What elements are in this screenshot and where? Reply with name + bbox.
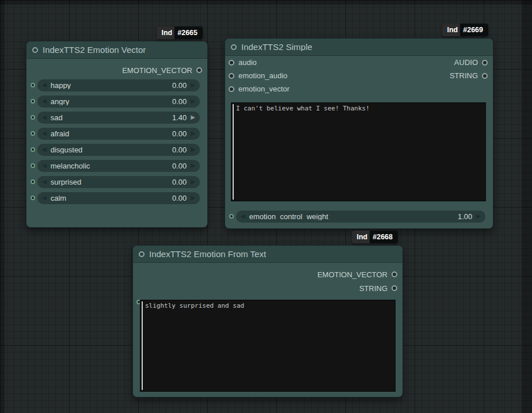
output-slot-string[interactable]: [482, 73, 488, 79]
slider-melancholic[interactable]: ◀ melancholic 0.00 ▶: [37, 160, 200, 172]
output-label-string: STRING: [450, 72, 478, 79]
canvas-edge-shade-right: [522, 0, 532, 413]
collapse-dot-icon[interactable]: [231, 44, 237, 50]
text-widget: I can't believe what I see! Thanks!: [231, 102, 486, 201]
slot-row: emotion_audio STRING: [225, 69, 493, 82]
input-slot-emotion-vector[interactable]: [229, 86, 234, 92]
slider-disgusted[interactable]: ◀ disgusted 0.00 ▶: [37, 144, 200, 156]
slider-value: 0.00: [172, 178, 187, 186]
increment-arrow-icon[interactable]: ▶: [476, 213, 481, 219]
widget-input-slot-happy[interactable]: [31, 83, 35, 87]
increment-arrow-icon[interactable]: ▶: [191, 131, 195, 136]
node-indextts2-simple[interactable]: Ind #2669 IndexTTS2 Simple audio AUDIO e…: [225, 38, 493, 229]
widget-input-slot-sad[interactable]: [31, 115, 35, 120]
slider-happy[interactable]: ◀ happy 0.00 ▶: [37, 79, 200, 91]
output-slot-row: STRING: [133, 281, 402, 295]
slider-row-surprised: ◀ surprised 0.00 ▶: [26, 174, 207, 190]
slider-sad[interactable]: ◀ sad 1.40 ▶: [37, 112, 200, 124]
text-input[interactable]: slightly surprised and sad: [140, 300, 395, 391]
widget-input-slot-calm[interactable]: [31, 196, 35, 200]
slider-label: melancholic: [51, 162, 168, 170]
output-label-audio: AUDIO: [454, 59, 478, 66]
slider-row-disgusted: ◀ disgusted 0.00 ▶: [26, 142, 207, 158]
slider-angry[interactable]: ◀ angry 0.00 ▶: [37, 95, 200, 108]
slider-row-angry: ◀ angry 0.00 ▶: [26, 93, 207, 109]
widget-input-slot-disgusted[interactable]: [31, 147, 35, 152]
widget-input-slot-angry[interactable]: [31, 99, 35, 104]
decrement-arrow-icon[interactable]: ◀: [42, 163, 47, 169]
text-caret: [233, 104, 234, 200]
output-slot-audio[interactable]: [482, 60, 488, 66]
increment-arrow-icon[interactable]: ▶: [191, 179, 195, 185]
node-header[interactable]: IndexTTS2 Emotion Vector: [26, 41, 207, 59]
decrement-arrow-icon[interactable]: ◀: [42, 179, 47, 185]
output-label-emotion-vector: EMOTION_VECTOR: [122, 67, 192, 74]
slider-label: sad: [51, 114, 168, 121]
node-indextts2-emotion-from-text[interactable]: Ind #2668 IndexTTS2 Emotion From Text EM…: [132, 245, 403, 397]
node-indextts2-emotion-vector[interactable]: Ind #2665 IndexTTS2 Emotion Vector EMOTI…: [26, 41, 208, 228]
increment-arrow-icon[interactable]: ▶: [191, 114, 195, 120]
collapse-dot-icon[interactable]: [32, 47, 38, 53]
node-graph-canvas[interactable]: Ind #2665 IndexTTS2 Emotion Vector EMOTI…: [0, 0, 532, 413]
slider-label: calm: [51, 194, 168, 202]
slider-row-calm: ◀ calm 0.00 ▶: [26, 190, 207, 206]
node-header[interactable]: IndexTTS2 Simple: [225, 39, 493, 56]
input-label-emotion-audio: emotion_audio: [238, 72, 287, 79]
node-header[interactable]: IndexTTS2 Emotion From Text: [133, 246, 402, 263]
slider-label: angry: [51, 98, 168, 105]
slider-afraid[interactable]: ◀ afraid 0.00 ▶: [37, 128, 200, 140]
increment-arrow-icon[interactable]: ▶: [191, 195, 195, 201]
canvas-edge-shade-top: [0, 0, 532, 5]
collapse-dot-icon[interactable]: [139, 251, 145, 257]
slider-row-happy: ◀ happy 0.00 ▶: [26, 77, 207, 93]
input-slot-emotion-audio[interactable]: [229, 73, 234, 79]
badge-node-id: #2668: [370, 231, 398, 243]
decrement-arrow-icon[interactable]: ◀: [42, 195, 47, 201]
badge-node-id: #2669: [460, 24, 488, 36]
slot-row: emotion_vector: [225, 82, 493, 95]
slider-row-sad: ◀ sad 1.40 ▶: [26, 109, 207, 125]
node-title: IndexTTS2 Emotion From Text: [149, 250, 266, 258]
decrement-arrow-icon[interactable]: ◀: [42, 98, 47, 104]
widget-input-slot-afraid[interactable]: [31, 131, 35, 136]
decrement-arrow-icon[interactable]: ◀: [42, 131, 47, 136]
widget-input-slot-surprised[interactable]: [31, 179, 35, 184]
number-widget-emotion-control-weight[interactable]: ◀ emotion_control_weight 1.00 ▶: [236, 211, 485, 223]
text-input[interactable]: I can't believe what I see! Thanks!: [231, 103, 485, 201]
slider-surprised[interactable]: ◀ surprised 0.00 ▶: [37, 176, 200, 188]
increment-arrow-icon[interactable]: ▶: [191, 82, 195, 88]
slider-row-afraid: ◀ afraid 0.00 ▶: [26, 125, 207, 142]
badge-node-id: #2665: [174, 26, 203, 39]
canvas-edge-shade-left: [0, 0, 5, 413]
slider-label: surprised: [51, 178, 168, 186]
decrement-arrow-icon[interactable]: ◀: [241, 213, 245, 219]
number-widget-row: ◀ emotion_control_weight 1.00 ▶: [225, 208, 493, 224]
input-label-audio: audio: [238, 59, 257, 66]
increment-arrow-icon[interactable]: ▶: [191, 163, 195, 169]
badge-prefix: Ind: [157, 26, 174, 39]
node-title: IndexTTS2 Simple: [241, 43, 312, 51]
node-id-badge: Ind #2669: [442, 24, 488, 36]
increment-arrow-icon[interactable]: ▶: [191, 98, 195, 104]
decrement-arrow-icon[interactable]: ◀: [42, 82, 47, 88]
output-label-emotion-vector: EMOTION_VECTOR: [317, 271, 387, 278]
slider-value: 0.00: [172, 98, 187, 105]
slider-label: afraid: [51, 130, 168, 137]
slider-label: disgusted: [51, 146, 168, 154]
decrement-arrow-icon[interactable]: ◀: [42, 147, 47, 152]
badge-prefix: Ind: [352, 231, 370, 243]
input-slot-audio[interactable]: [229, 60, 234, 66]
slider-value: 0.00: [172, 82, 187, 89]
output-slot-emotion-vector[interactable]: [196, 67, 202, 73]
node-id-badge: Ind #2668: [352, 231, 398, 243]
output-label-string: STRING: [359, 285, 387, 292]
slider-row-melancholic: ◀ melancholic 0.00 ▶: [26, 158, 207, 174]
increment-arrow-icon[interactable]: ▶: [191, 147, 195, 152]
widget-input-slot-melancholic[interactable]: [31, 163, 35, 168]
decrement-arrow-icon[interactable]: ◀: [42, 114, 47, 120]
output-slot-emotion-vector[interactable]: [392, 271, 397, 277]
output-slot-string[interactable]: [392, 285, 397, 291]
badge-prefix: Ind: [442, 24, 460, 36]
widget-input-slot-emotion-control-weight[interactable]: [229, 214, 234, 219]
slider-calm[interactable]: ◀ calm 0.00 ▶: [37, 192, 200, 204]
